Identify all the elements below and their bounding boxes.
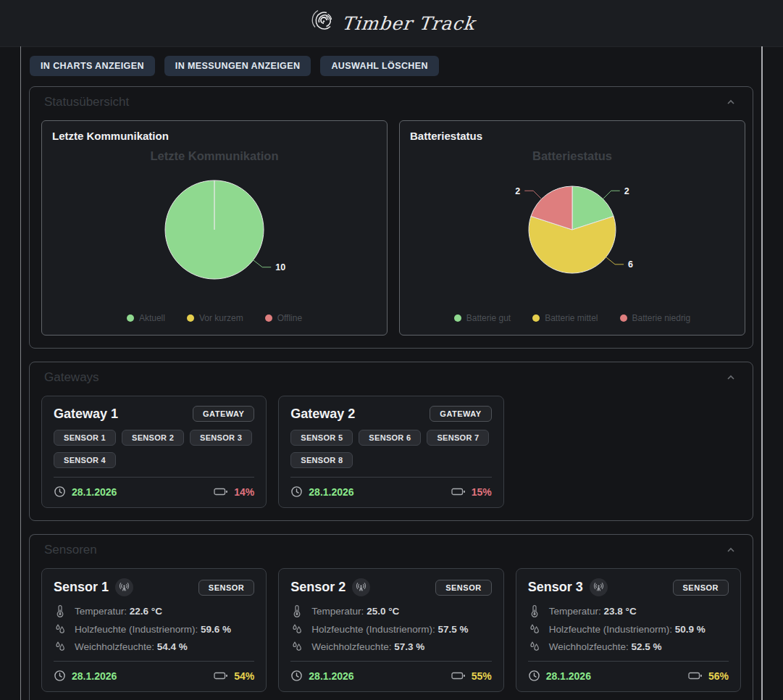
- divider: [54, 477, 254, 478]
- measurement-label: Holzfeuchte (Industrienorm):: [549, 624, 672, 635]
- sensor-chip[interactable]: SENSOR 7: [427, 430, 489, 446]
- measurement-softwood-moisture: Weichholzfeuchte: 54.4 %: [54, 641, 254, 652]
- measurement-label: Holzfeuchte (Industrienorm):: [75, 624, 198, 635]
- legend-label: Batterie gut: [466, 313, 511, 323]
- measurement-value: 59.6 %: [201, 624, 231, 635]
- gateway-sensor-chips: SENSOR 1 SENSOR 2 SENSOR 3 SENSOR 4: [54, 430, 254, 468]
- communication-pie-chart: 10: [52, 164, 377, 288]
- chart-title: Letzte Kommunikation: [52, 149, 377, 163]
- status-overview-header[interactable]: Statusübersicht: [30, 87, 753, 116]
- battery-percent: 54%: [234, 670, 254, 682]
- gateways-section: Gateways Gateway 1 GATEWAY SENSOR 1 SENS…: [29, 362, 753, 521]
- measurement-wood-moisture: Holzfeuchte (Industrienorm): 50.9 %: [528, 623, 729, 635]
- last-seen-date: 28.1.2026: [309, 486, 353, 498]
- moisture-drops-icon: [290, 641, 303, 652]
- gateways-header[interactable]: Gateways: [30, 362, 753, 391]
- clock-icon: [54, 486, 66, 498]
- measurement-value: 52.5 %: [632, 641, 662, 652]
- sensor-chip[interactable]: SENSOR 5: [290, 430, 353, 446]
- sensor-chip[interactable]: SENSOR 8: [290, 452, 353, 468]
- last-communication: 28.1.2026: [54, 486, 117, 498]
- clock-icon: [290, 670, 303, 682]
- measurement-value: 22.6 °C: [130, 606, 162, 617]
- measurements: Temperatur: 23.8 °C Holzfeuchte (Industr…: [528, 604, 729, 652]
- gateway-type-badge: GATEWAY: [430, 406, 491, 422]
- measurement-value: 23.8 °C: [603, 606, 636, 617]
- sensor-chip[interactable]: SENSOR 2: [122, 430, 184, 446]
- content-panel: IN CHARTS ANZEIGEN IN MESSUNGEN ANZEIGEN…: [20, 46, 763, 700]
- measurement-value: 54.4 %: [157, 641, 188, 652]
- battery-status: 56%: [688, 670, 729, 682]
- sensor-chip[interactable]: SENSOR 4: [54, 452, 116, 468]
- sensor-chip[interactable]: SENSOR 1: [54, 430, 116, 446]
- collapse-section-button[interactable]: [724, 370, 738, 385]
- measurement-softwood-moisture: Weichholzfeuchte: 52.5 %: [528, 641, 729, 652]
- collapse-section-button[interactable]: [724, 95, 738, 109]
- divider: [290, 661, 491, 662]
- chevron-up-icon: [725, 372, 737, 383]
- chevron-up-icon: [725, 544, 737, 556]
- sensors-header[interactable]: Sensoren: [30, 535, 753, 564]
- legend-item[interactable]: Offline: [265, 313, 302, 323]
- legend-item[interactable]: Batterie gut: [454, 313, 511, 323]
- chart-title: Batteriestatus: [410, 149, 734, 163]
- gateway-card[interactable]: Gateway 2 GATEWAY SENSOR 5 SENSOR 6 SENS…: [278, 396, 503, 508]
- moisture-drops-icon: [528, 641, 541, 652]
- logo: Timber Track: [309, 6, 475, 41]
- battery-percent: 55%: [472, 670, 492, 682]
- battery-percent: 14%: [234, 486, 254, 498]
- last-communication: 28.1.2026: [290, 670, 353, 682]
- show-in-measurements-button[interactable]: IN MESSUNGEN ANZEIGEN: [164, 56, 311, 76]
- thermometer-icon: [528, 604, 541, 617]
- measurements: Temperatur: 22.6 °C Holzfeuchte (Industr…: [54, 604, 254, 652]
- legend-label: Aktuell: [139, 313, 165, 323]
- legend-item[interactable]: Aktuell: [127, 313, 165, 323]
- gateway-cards-row: Gateway 1 GATEWAY SENSOR 1 SENSOR 2 SENS…: [30, 391, 753, 520]
- sensor-card[interactable]: Sensor 2 SENSOR: [278, 568, 503, 692]
- battery-icon: [451, 671, 466, 680]
- sensor-title: Sensor 3: [528, 580, 583, 595]
- measurement-value: 25.0 °C: [367, 606, 399, 617]
- measurement-temperature: Temperatur: 23.8 °C: [528, 604, 729, 617]
- last-seen-date: 28.1.2026: [309, 670, 353, 682]
- measurement-value: 57.5 %: [437, 624, 468, 635]
- thermometer-icon: [54, 604, 67, 617]
- clock-icon: [528, 670, 540, 682]
- legend-item[interactable]: Batterie mittel: [532, 313, 598, 323]
- chart-card-title: Batteriestatus: [410, 130, 734, 142]
- legend-item[interactable]: Vor kurzem: [187, 313, 243, 323]
- sensor-chip[interactable]: SENSOR 3: [190, 430, 252, 446]
- clear-selection-button[interactable]: AUSWAHL LÖSCHEN: [320, 56, 439, 76]
- thermometer-icon: [290, 604, 303, 617]
- sensor-chip[interactable]: SENSOR 6: [359, 430, 421, 446]
- legend-dot: [532, 314, 540, 322]
- legend-dot: [454, 314, 461, 322]
- measurement-label: Temperatur:: [75, 606, 127, 617]
- legend-item[interactable]: Batterie niedrig: [620, 313, 691, 323]
- section-title: Gateways: [44, 370, 99, 385]
- show-in-charts-button[interactable]: IN CHARTS ANZEIGEN: [30, 56, 155, 76]
- moisture-drops-icon: [290, 623, 303, 635]
- chart-card-title: Letzte Kommunikation: [52, 130, 377, 142]
- legend-dot: [187, 314, 194, 322]
- legend-label: Batterie mittel: [545, 313, 598, 323]
- gateway-sensor-chips: SENSOR 5 SENSOR 6 SENSOR 7 SENSOR 8: [290, 430, 491, 468]
- broadcast-icon: [590, 578, 608, 596]
- status-overview-section: Statusübersicht Letzte Kommunikation Let…: [29, 86, 753, 349]
- sensor-card[interactable]: Sensor 1 SENSOR: [41, 568, 267, 692]
- sensor-card[interactable]: Sensor 3 SENSOR: [516, 568, 741, 692]
- app-header: Timber Track: [0, 0, 783, 47]
- gateway-card[interactable]: Gateway 1 GATEWAY SENSOR 1 SENSOR 2 SENS…: [41, 396, 267, 508]
- collapse-section-button[interactable]: [724, 543, 738, 557]
- broadcast-icon: [352, 578, 370, 596]
- moisture-drops-icon: [54, 641, 67, 652]
- measurement-label: Temperatur:: [311, 606, 364, 617]
- battery-status: 54%: [214, 670, 254, 682]
- battery-status: 55%: [451, 670, 492, 682]
- battery-status: 14%: [214, 486, 254, 498]
- sensor-type-badge: SENSOR: [673, 580, 729, 596]
- communication-chart-card: Letzte Kommunikation Letzte Kommunikatio…: [41, 120, 388, 336]
- last-seen-date: 28.1.2026: [72, 670, 117, 682]
- sensor-title: Sensor 1: [54, 580, 109, 595]
- battery-icon: [688, 671, 703, 680]
